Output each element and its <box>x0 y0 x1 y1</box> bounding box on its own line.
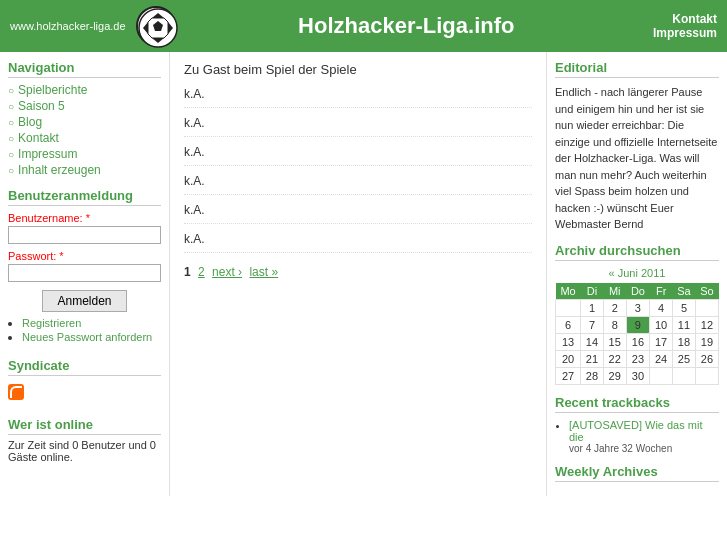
cal-header-fr: Fr <box>650 283 673 300</box>
cal-month-label: Juni 2011 <box>618 267 666 279</box>
nav-item-saison5[interactable]: ○ Saison 5 <box>8 98 161 114</box>
login-links: Registrieren Neues Passwort anfordern <box>22 316 161 344</box>
cal-row: 27 28 29 30 <box>556 367 719 384</box>
calendar-table: Mo Di Mi Do Fr Sa So 1 2 3 4 5 <box>555 283 719 385</box>
list-item: k.A. <box>184 232 532 253</box>
cal-cell: 19 <box>695 333 718 350</box>
cal-cell <box>650 367 673 384</box>
list-item: k.A. <box>184 174 532 195</box>
nav-item-impressum[interactable]: ○ Impressum <box>8 146 161 162</box>
cal-body: 1 2 3 4 5 6 7 8 9 10 11 12 13 <box>556 299 719 384</box>
calendar-nav: « Juni 2011 <box>555 267 719 279</box>
cal-cell: 28 <box>581 367 604 384</box>
page-current: 1 <box>184 265 191 279</box>
nav-link-blog[interactable]: Blog <box>18 115 42 129</box>
impressum-link[interactable]: Impressum <box>653 26 717 40</box>
cal-row: 20 21 22 23 24 25 26 <box>556 350 719 367</box>
cal-row: 13 14 15 16 17 18 19 <box>556 333 719 350</box>
cal-header-mi: Mi <box>603 283 626 300</box>
archive-title: Archiv durchsuchen <box>555 243 719 261</box>
cal-cell: 30 <box>626 367 650 384</box>
login-button[interactable]: Anmelden <box>42 290 126 312</box>
cal-today-cell: 9 <box>626 316 650 333</box>
cal-header-do: Do <box>626 283 650 300</box>
nav-item-spielberichte[interactable]: ○ Spielberichte <box>8 82 161 98</box>
cal-cell: 15 <box>603 333 626 350</box>
rss-dot <box>10 396 12 398</box>
main-content: Zu Gast beim Spiel der Spiele k.A. k.A. … <box>170 52 547 496</box>
register-link[interactable]: Registrieren <box>22 317 81 329</box>
cal-cell: 16 <box>626 333 650 350</box>
cal-cell <box>672 367 695 384</box>
cal-cell: 12 <box>695 316 718 333</box>
page-2-link[interactable]: 2 <box>198 265 205 279</box>
nav-bullet: ○ <box>8 133 14 144</box>
nav-link-saison5[interactable]: Saison 5 <box>18 99 65 113</box>
cal-cell: 4 <box>650 299 673 316</box>
page-next-link[interactable]: next › <box>212 265 242 279</box>
cal-cell: 11 <box>672 316 695 333</box>
nav-link-inhalt[interactable]: Inhalt erzeugen <box>18 163 101 177</box>
nav-bullet: ○ <box>8 165 14 176</box>
cal-cell: 18 <box>672 333 695 350</box>
syndicate-title: Syndicate <box>8 358 161 376</box>
nav-bullet: ○ <box>8 117 14 128</box>
cal-cell: 17 <box>650 333 673 350</box>
cal-cell <box>695 299 718 316</box>
cal-header-row: Mo Di Mi Do Fr Sa So <box>556 283 719 300</box>
cal-cell: 20 <box>556 350 581 367</box>
main-heading: Zu Gast beim Spiel der Spiele <box>184 62 532 77</box>
cal-cell: 6 <box>556 316 581 333</box>
header-right-links: Kontakt Impressum <box>637 12 717 40</box>
cal-cell: 1 <box>581 299 604 316</box>
cal-cell <box>695 367 718 384</box>
cal-header-sa: Sa <box>672 283 695 300</box>
cal-header-di: Di <box>581 283 604 300</box>
nav-link-kontakt[interactable]: Kontakt <box>18 131 59 145</box>
cal-cell: 13 <box>556 333 581 350</box>
password-input[interactable] <box>8 264 161 282</box>
reset-password-link[interactable]: Neues Passwort anfordern <box>22 331 152 343</box>
cal-cell: 23 <box>626 350 650 367</box>
cal-header-mo: Mo <box>556 283 581 300</box>
cal-cell: 5 <box>672 299 695 316</box>
header-center: Holzhacker-Liga.info <box>176 13 637 39</box>
cal-cell: 7 <box>581 316 604 333</box>
cal-header-so: So <box>695 283 718 300</box>
cal-cell <box>556 299 581 316</box>
trackback-sub: vor 4 Jahre 32 Wochen <box>569 443 719 454</box>
nav-item-kontakt[interactable]: ○ Kontakt <box>8 130 161 146</box>
password-label: Passwort: * <box>8 250 161 262</box>
cal-prev-link[interactable]: « <box>609 267 615 279</box>
weekly-title: Weekly Archives <box>555 464 719 482</box>
cal-cell: 22 <box>603 350 626 367</box>
list-item: k.A. <box>184 145 532 166</box>
rss-link[interactable] <box>8 389 24 403</box>
trackback-link[interactable]: [AUTOSAVED] Wie das mit die <box>569 419 702 443</box>
online-title: Wer ist online <box>8 417 161 435</box>
login-form: Benutzername: * Passwort: * Anmelden Reg… <box>8 212 161 344</box>
cal-cell: 8 <box>603 316 626 333</box>
site-url: www.holzhacker-liga.de <box>10 20 126 32</box>
kontakt-link[interactable]: Kontakt <box>672 12 717 26</box>
trackback-item: [AUTOSAVED] Wie das mit die vor 4 Jahre … <box>569 419 719 454</box>
list-item: k.A. <box>184 87 532 108</box>
page-layout: Navigation ○ Spielberichte ○ Saison 5 ○ … <box>0 52 727 496</box>
cal-cell: 10 <box>650 316 673 333</box>
page-last-link[interactable]: last » <box>249 265 278 279</box>
nav-link-spielberichte[interactable]: Spielberichte <box>18 83 87 97</box>
nav-item-blog[interactable]: ○ Blog <box>8 114 161 130</box>
pagination: 1 2 next › last » <box>184 265 532 279</box>
trackbacks-list: [AUTOSAVED] Wie das mit die vor 4 Jahre … <box>569 419 719 454</box>
site-title: Holzhacker-Liga.info <box>298 13 514 38</box>
nav-link-impressum[interactable]: Impressum <box>18 147 77 161</box>
cal-row: 6 7 8 9 10 11 12 <box>556 316 719 333</box>
nav-item-inhalt[interactable]: ○ Inhalt erzeugen <box>8 162 161 178</box>
sidebar-right: Editorial Endlich - nach längerer Pause … <box>547 52 727 496</box>
site-logo <box>136 6 176 46</box>
username-input[interactable] <box>8 226 161 244</box>
list-item: k.A. <box>184 203 532 224</box>
cal-cell: 26 <box>695 350 718 367</box>
cal-cell: 14 <box>581 333 604 350</box>
cal-cell: 25 <box>672 350 695 367</box>
